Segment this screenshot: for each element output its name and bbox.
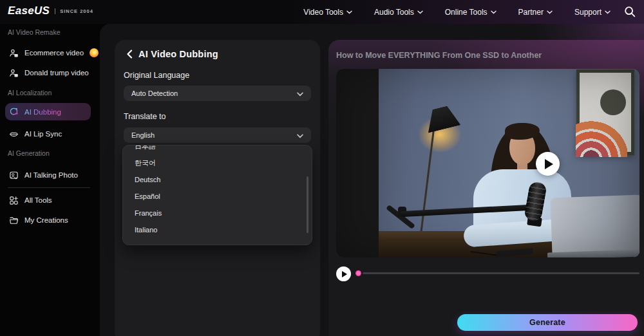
chevron-down-icon bbox=[297, 129, 303, 141]
section-ai-video-remake: AI Video Remake bbox=[8, 28, 61, 36]
dropdown-scrollbar[interactable] bbox=[307, 176, 308, 233]
person-ai-icon bbox=[9, 68, 19, 78]
sidebar-item-label: AI Talking Photo bbox=[24, 171, 78, 179]
folder-icon bbox=[9, 216, 19, 225]
chevron-down-icon bbox=[417, 10, 423, 14]
sidebar-item-ecommerce-video[interactable]: Ecommerce video bbox=[5, 44, 95, 62]
sidebar-divider bbox=[8, 187, 90, 188]
translate-to-label: Translate to bbox=[124, 112, 166, 121]
play-button[interactable] bbox=[336, 266, 351, 281]
original-language-select[interactable]: Auto Detection bbox=[124, 86, 311, 101]
play-icon bbox=[545, 159, 553, 169]
nav-item-video-tools[interactable]: Video Tools bbox=[303, 8, 352, 17]
nav-item-label: Online Tools bbox=[445, 8, 488, 17]
page-title: AI Video Dubbing bbox=[138, 49, 218, 59]
all-tools-icon bbox=[9, 196, 19, 205]
sidebar-item-my-creations[interactable]: My Creations bbox=[5, 211, 95, 229]
section-ai-generation: AI Generation bbox=[8, 149, 50, 157]
section-ai-localization: AI Localization bbox=[8, 89, 52, 97]
logo[interactable]: EaseUS SINCE 2004 bbox=[8, 5, 93, 17]
sidebar-item-donald-trump-video[interactable]: Donald trump video bbox=[5, 64, 95, 82]
since-label: SINCE 2004 bbox=[55, 8, 93, 14]
generate-button-label: Generate bbox=[529, 318, 565, 327]
language-list: 日本語 한국어 Deutsch Español Français Italian… bbox=[123, 145, 312, 238]
nav-item-label: Video Tools bbox=[303, 8, 343, 17]
nav-item-label: Audio Tools bbox=[374, 8, 414, 17]
generate-button[interactable]: Generate bbox=[457, 314, 638, 331]
panel-header: AI Video Dubbing bbox=[126, 49, 218, 59]
language-option-korean[interactable]: 한국어 bbox=[123, 154, 312, 171]
sidebar-item-label: My Creations bbox=[24, 216, 68, 224]
top-nav: EaseUS SINCE 2004 Video Tools Audio Tool… bbox=[0, 0, 644, 24]
chevron-down-icon bbox=[346, 10, 352, 14]
sidebar-item-label: AI Dubbing bbox=[24, 108, 61, 116]
nav-item-online-tools[interactable]: Online Tools bbox=[445, 8, 497, 17]
nav-item-support[interactable]: Support bbox=[574, 8, 611, 17]
language-dropdown: 日本語 한국어 Deutsch Español Français Italian… bbox=[122, 145, 312, 245]
lips-icon bbox=[9, 129, 19, 139]
video-vignette bbox=[336, 69, 639, 257]
language-option-espanol[interactable]: Español bbox=[123, 188, 312, 205]
video-title: How to Move EVERYTHING From One SSD to A… bbox=[336, 51, 542, 60]
nav-menu: Video Tools Audio Tools Online Tools Par… bbox=[303, 0, 611, 24]
dubbing-form-panel: AI Video Dubbing Original Language Auto … bbox=[115, 40, 320, 336]
language-option-italiano[interactable]: Italiano bbox=[123, 221, 312, 238]
chevron-down-icon bbox=[491, 10, 497, 14]
nav-item-label: Partner bbox=[518, 8, 544, 17]
sidebar-item-label: Donald trump video bbox=[24, 69, 89, 77]
sidebar-item-ai-talking-photo[interactable]: AI Talking Photo bbox=[5, 166, 95, 184]
nav-item-label: Support bbox=[574, 8, 601, 17]
back-icon[interactable] bbox=[126, 50, 133, 59]
chevron-down-icon bbox=[605, 10, 611, 14]
sidebar-item-label: Ecommerce video bbox=[24, 49, 84, 57]
chevron-down-icon bbox=[547, 10, 553, 14]
dubbing-icon bbox=[9, 107, 19, 117]
original-language-value: Auto Detection bbox=[131, 89, 178, 97]
logo-text: EaseUS bbox=[8, 5, 50, 17]
video-preview-panel: How to Move EVERYTHING From One SSD to A… bbox=[328, 40, 644, 336]
sidebar-item-ai-lip-sync[interactable]: AI Lip Sync bbox=[5, 125, 95, 143]
nav-item-partner[interactable]: Partner bbox=[518, 8, 553, 17]
sidebar-item-all-tools[interactable]: All Tools bbox=[5, 191, 95, 209]
translate-to-select[interactable]: English bbox=[124, 127, 311, 143]
person-ai-icon bbox=[9, 48, 19, 58]
search-icon[interactable] bbox=[623, 5, 636, 18]
main-content: AI Video Dubbing Original Language Auto … bbox=[100, 24, 644, 336]
sidebar-item-label: AI Lip Sync bbox=[24, 130, 62, 138]
sidebar-item-ai-dubbing[interactable]: AI Dubbing bbox=[5, 103, 91, 120]
language-option-francais[interactable]: Français bbox=[123, 205, 312, 221]
original-language-label: Original Language bbox=[124, 71, 189, 80]
sidebar: AI Video Remake Ecommerce video Donald t… bbox=[0, 24, 100, 336]
sidebar-item-label: All Tools bbox=[24, 196, 52, 204]
play-icon bbox=[342, 271, 347, 277]
language-option-deutsch[interactable]: Deutsch bbox=[123, 171, 312, 188]
fire-icon bbox=[90, 48, 99, 57]
translate-to-value: English bbox=[131, 131, 155, 139]
nav-item-audio-tools[interactable]: Audio Tools bbox=[374, 8, 423, 17]
play-button-overlay[interactable] bbox=[536, 152, 560, 176]
video-player[interactable] bbox=[336, 69, 639, 257]
progress-handle[interactable] bbox=[355, 270, 361, 276]
progress-track[interactable] bbox=[363, 272, 639, 274]
language-option-japanese[interactable]: 日本語 bbox=[123, 145, 312, 154]
chevron-down-icon bbox=[297, 88, 303, 99]
talking-photo-icon bbox=[9, 171, 19, 180]
